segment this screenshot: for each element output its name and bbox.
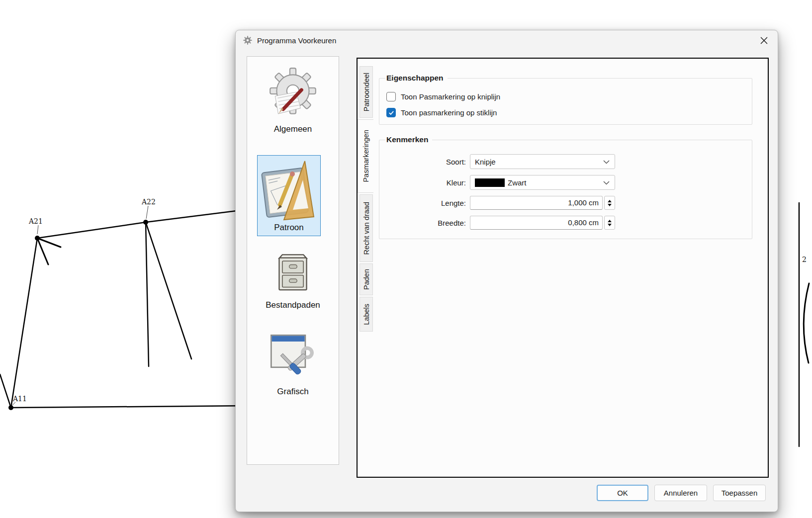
chevron-down-icon (603, 181, 610, 185)
kleur-dropdown[interactable]: Zwart (470, 175, 615, 190)
dialog-footer: OK Annuleren Toepassen (236, 485, 778, 501)
tab-patroondeel[interactable]: Patroondeel (360, 66, 373, 118)
sidebar-item-algemeen[interactable]: Algemeen (247, 65, 339, 134)
tab-content: Eigenschappen Toon Pasmarkering op knipl… (373, 59, 768, 477)
pattern-curve (804, 283, 809, 363)
gear-icon (243, 35, 253, 45)
tab-recht-van-draad[interactable]: Recht van draad (360, 194, 373, 262)
category-sidebar: Algemeen Patroon (247, 56, 339, 465)
pattern-line (11, 238, 37, 408)
checkbox-stiklijn[interactable] (386, 108, 396, 117)
point-label-a21: A21 (28, 217, 43, 225)
soort-row: Soort: Knipje (385, 154, 746, 169)
dialog-titlebar[interactable]: Programma Voorkeuren (236, 30, 778, 50)
apply-button[interactable]: Toepassen (713, 485, 766, 501)
point-label-a11: A11 (12, 395, 27, 403)
soort-label: Soort: (385, 158, 470, 166)
lengte-row: Lengte: 1,000 cm (385, 196, 746, 210)
pattern-point (35, 236, 40, 241)
kleur-label: Kleur: (385, 178, 470, 187)
pattern-line (37, 222, 146, 238)
spin-up-icon[interactable] (608, 200, 612, 202)
breedte-spinner[interactable] (604, 216, 615, 230)
pattern-line (11, 406, 259, 408)
dialog-title: Programma Voorkeuren (257, 36, 336, 45)
sidebar-item-grafisch[interactable]: Grafisch (247, 331, 339, 397)
kenmerken-group: Kenmerken Soort: Knipje Kleur: Zwart (379, 135, 752, 239)
sidebar-item-label: Algemeen (274, 124, 312, 134)
preferences-dialog: Programma Voorkeuren (235, 30, 778, 512)
pattern-point (143, 220, 148, 225)
pattern-line (146, 222, 149, 366)
breedte-row: Breedte: 0,800 cm (385, 216, 746, 230)
checkbox-label: Toon pasmarkering op stiklijn (401, 108, 497, 117)
gear-pencil-icon (265, 65, 321, 120)
pattern-line (146, 209, 249, 222)
sidebar-item-patroon[interactable]: Patroon (257, 155, 321, 236)
breedte-label: Breedte: (385, 219, 470, 227)
group-title: Kenmerken (385, 135, 432, 144)
sidebar-item-bestandpaden[interactable]: Bestandpaden (247, 251, 339, 310)
spin-down-icon[interactable] (608, 204, 612, 206)
sidebar-item-label: Bestandpaden (266, 300, 320, 310)
pattern-line (0, 374, 11, 408)
ok-button[interactable]: OK (597, 485, 648, 501)
label-leader (37, 225, 38, 234)
tab-pasmarkeringen[interactable]: Pasmarkeringen (358, 119, 373, 193)
group-title: Eigenschappen (385, 74, 448, 83)
checkbox-kniplijn[interactable] (386, 92, 396, 101)
checkbox-label: Toon Pasmarkering op kniplijn (401, 92, 500, 101)
check-icon (388, 110, 394, 116)
checkbox-row-stiklijn[interactable]: Toon pasmarkering op stiklijn (386, 108, 746, 117)
window-tools-icon (267, 331, 319, 383)
pattern-point (8, 405, 13, 410)
soort-value: Knipje (475, 158, 496, 166)
checkbox-row-kniplijn[interactable]: Toon Pasmarkering op kniplijn (386, 92, 746, 101)
lengte-label: Lengte: (385, 199, 470, 207)
spin-up-icon[interactable] (608, 220, 612, 222)
breedte-input[interactable]: 0,800 cm (470, 216, 603, 230)
cancel-button[interactable]: Annuleren (654, 485, 707, 501)
tab-labels[interactable]: Labels (360, 297, 373, 332)
sidebar-item-label: Patroon (274, 223, 304, 233)
sidebar-item-label: Grafisch (277, 387, 308, 397)
pattern-board-icon (261, 159, 317, 222)
color-swatch-black (475, 178, 505, 187)
point-label-fragment: 2 (802, 256, 807, 263)
lengte-input[interactable]: 1,000 cm (470, 196, 603, 210)
close-icon (760, 37, 768, 44)
eigenschappen-group: Eigenschappen Toon Pasmarkering op knipl… (379, 74, 752, 125)
kleur-row: Kleur: Zwart (385, 175, 746, 190)
tab-paden[interactable]: Paden (360, 263, 373, 295)
file-cabinet-icon (270, 251, 316, 296)
pattern-line (146, 222, 191, 359)
settings-panel: Patroondeel Pasmarkeringen Recht van dra… (357, 58, 769, 478)
vertical-tab-bar: Patroondeel Pasmarkeringen Recht van dra… (358, 59, 373, 477)
soort-dropdown[interactable]: Knipje (470, 154, 615, 169)
lengte-spinner[interactable] (604, 196, 615, 210)
chevron-down-icon (603, 160, 610, 164)
label-leader (146, 206, 148, 219)
close-button[interactable] (756, 33, 772, 48)
kleur-value: Zwart (508, 178, 527, 187)
spin-down-icon[interactable] (608, 224, 612, 226)
point-label-a22: A22 (141, 198, 156, 206)
